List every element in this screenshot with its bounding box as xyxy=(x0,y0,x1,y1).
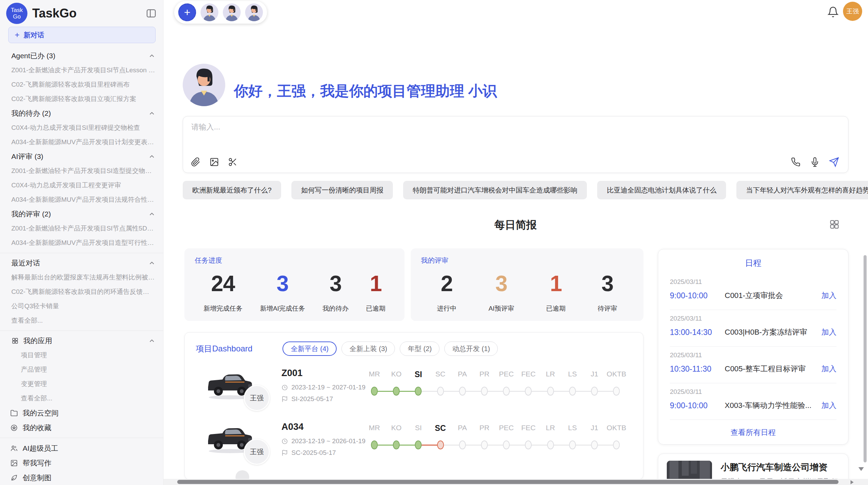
join-link[interactable]: 加入 xyxy=(821,364,836,374)
recent-view-all-link[interactable]: 查看全部... xyxy=(0,313,163,328)
sidebar-shortcut[interactable]: 我的收藏 xyxy=(0,420,163,435)
sidebar-section-header-recent[interactable]: 最近对话 xyxy=(0,256,163,270)
sidebar-item[interactable]: A034-全新新能源MUV产品开发项目计划变更表编写 xyxy=(0,135,163,149)
filter-pill[interactable]: 年型 (2) xyxy=(400,341,439,356)
sidebar-item[interactable]: Z001-全新燃油皮卡产品开发项目SI节点Lesson Learn报告 xyxy=(0,63,163,77)
sidebar-tool[interactable]: 帮我写作 xyxy=(0,456,163,470)
sidebar-tool[interactable]: 创意制图 xyxy=(0,470,163,485)
chevron-up-icon xyxy=(148,110,156,117)
milestone-node xyxy=(415,387,422,396)
stat-label: 待评审 xyxy=(598,304,617,313)
sidebar-shortcut[interactable]: 我的云空间 xyxy=(0,406,163,420)
apps-view-all-link[interactable]: 查看全部... xyxy=(0,391,163,406)
milestone-node xyxy=(459,387,466,396)
dashboard-filters: 全新平台 (4)全新上装 (3)年型 (2)动总开发 (1) xyxy=(282,341,498,356)
milestone-track: MRKOSISCPAPRPECFECLRLSJ1OKTB xyxy=(369,419,636,473)
new-chat-button[interactable]: + 新对话 xyxy=(8,27,156,43)
filter-pill[interactable]: 动总开发 (1) xyxy=(444,341,498,356)
recent-chat-item[interactable]: 解释最新出台的欧盟报废车法规再生塑料比例被调至15%... xyxy=(0,270,163,285)
stat-cell: 3新增AI完成任务 xyxy=(260,273,305,313)
input-tools xyxy=(191,157,238,167)
attachment-icon[interactable] xyxy=(191,157,201,167)
scroll-right-arrow-icon[interactable] xyxy=(851,480,854,484)
filter-pill[interactable]: 全新平台 (4) xyxy=(282,341,337,356)
section-title: 我的应用 xyxy=(23,336,52,346)
stat-cell: 2进行中 xyxy=(437,273,457,313)
milestone-label: OKTB xyxy=(602,370,631,378)
join-link[interactable]: 加入 xyxy=(821,400,836,411)
stat-label: 进行中 xyxy=(437,304,457,313)
microphone-icon[interactable] xyxy=(810,157,820,167)
layout-grid-icon[interactable] xyxy=(829,219,840,229)
schedule-time: 10:30-11:30 xyxy=(670,364,725,374)
suggestion-chip[interactable]: 当下年轻人对汽车外观有怎样的喜好趋势 xyxy=(736,181,868,199)
project-dashboard-card: 项目Dashboard 全新平台 (4)全新上装 (3)年型 (2)动总开发 (… xyxy=(184,332,643,480)
agent-avatar[interactable] xyxy=(201,3,218,21)
vertical-scrollbar-thumb[interactable] xyxy=(864,255,867,462)
agent-avatar[interactable] xyxy=(245,3,263,21)
agent-avatar[interactable] xyxy=(223,3,241,21)
horizontal-scrollbar-thumb[interactable] xyxy=(177,480,839,484)
schedule-item[interactable]: 2025/03/119:00-10:00C001-立项审批会加入 xyxy=(658,273,848,306)
add-agent-button[interactable]: + xyxy=(178,3,196,21)
join-link[interactable]: 加入 xyxy=(821,327,836,337)
voice-call-icon[interactable] xyxy=(791,157,801,167)
image-upload-icon[interactable] xyxy=(209,157,219,167)
stat-card: 任务进度24新增完成任务3新增AI完成任务3我的待办1已逾期 xyxy=(184,248,405,321)
suggestion-chip[interactable]: 如何写一份清晰的项目周报 xyxy=(291,181,393,199)
sidebar-item[interactable]: A034-全新新能源MUV产品开发项目造型可行性评审 xyxy=(0,236,163,250)
milestone-label: OKTB xyxy=(602,424,631,432)
suggestion-chip[interactable]: 特朗普可能对进口汽车增税会对中国车企造成哪些影响 xyxy=(403,181,587,199)
filter-pill[interactable]: 全新上装 (3) xyxy=(341,341,395,356)
send-icon[interactable] xyxy=(829,157,839,167)
schedule-item[interactable]: 2025/03/1113:00-14:30C003|H0B-方案冻结评审加入 xyxy=(658,310,848,343)
milestone-node xyxy=(371,440,378,449)
project-row[interactable]: 王强Z0012023-12-19 ~ 2027-01-19SI-2025-05-… xyxy=(185,365,643,419)
sidebar-header: Task Go TaskGo xyxy=(0,0,163,27)
notification-bell-icon[interactable] xyxy=(827,6,839,18)
flag-icon xyxy=(281,396,288,402)
view-all-schedule-link[interactable]: 查看所有日程 xyxy=(658,427,848,438)
sidebar-item[interactable]: A034-全新新能源MUV产品开发项目法规符合性评审 xyxy=(0,192,163,207)
main-area: + 王强 你好，王强，我是你的项目管理助理 小识 xyxy=(164,0,868,485)
sidebar-item[interactable]: C0X4-动力总成开发项目工程变更评审 xyxy=(0,178,163,192)
sidebar-item[interactable]: Z001-全新燃油轻卡产品开发项目SI节点属性5D文件评审 xyxy=(0,221,163,236)
user-avatar[interactable]: 王强 xyxy=(843,2,862,21)
scroll-down-arrow-icon[interactable] xyxy=(858,467,864,471)
stat-label: 已逾期 xyxy=(366,304,386,313)
sidebar-item[interactable]: C02-飞腾新能源轻客改款项目里程碑画布 xyxy=(0,77,163,92)
stat-card-title: 我的评审 xyxy=(421,256,633,265)
sidebar-tool[interactable]: AI超级员工 xyxy=(0,441,163,456)
schedule-date: 2025/03/11 xyxy=(670,388,836,396)
apps-grid-icon xyxy=(11,337,19,345)
milestone-node xyxy=(481,440,488,449)
suggestion-chip[interactable]: 比亚迪全固态电池计划具体说了什么 xyxy=(597,181,726,199)
chat-input[interactable] xyxy=(191,122,774,149)
recent-chat-item[interactable]: 公司Q3轻卡销量 xyxy=(0,299,163,313)
schedule-item[interactable]: 2025/03/1110:30-11:30C005-整车工程目标评审加入 xyxy=(658,347,848,380)
stat-value: 3 xyxy=(489,273,514,295)
suggestion-chip[interactable]: 欧洲新规最近颁布了什么? xyxy=(183,181,281,199)
sidebar-item[interactable]: Z001-全新燃油轻卡产品开发项目SI造型提交物评审 xyxy=(0,164,163,178)
schedule-item[interactable]: 2025/03/119:00-10:00X003-车辆动力学性能验...加入 xyxy=(658,383,848,416)
sidebar-section-header-3[interactable]: 我的评审 (2) xyxy=(0,207,163,221)
schedule-name: C003|H0B-方案冻结评审 xyxy=(725,327,821,337)
project-row[interactable]: 王强A0342023-12-19 ~ 2026-01-19SC-2025-05-… xyxy=(185,419,643,473)
sidebar-item[interactable]: C02-飞腾新能源轻客改款项目立项汇报方案 xyxy=(0,92,163,106)
app-item[interactable]: 项目管理 xyxy=(0,348,163,362)
recent-chat-item[interactable]: C02-飞腾新能源轻客改款项目的闭环通告反馈情况 xyxy=(0,285,163,299)
scissors-icon[interactable] xyxy=(228,157,238,167)
sidebar-section-header-apps[interactable]: 我的应用 xyxy=(0,334,163,348)
section-title: 最近对话 xyxy=(11,258,40,268)
app-item[interactable]: 变更管理 xyxy=(0,377,163,391)
sidebar-section-header-0[interactable]: Agent已办 (3) xyxy=(0,49,163,63)
sidebar: Task Go TaskGo + 新对话 Agent已办 (3)Z001-全新燃… xyxy=(0,0,164,485)
sidebar-section-header-2[interactable]: AI评审 (3) xyxy=(0,149,163,164)
app-item[interactable]: 产品管理 xyxy=(0,362,163,377)
collapse-sidebar-icon[interactable] xyxy=(145,8,157,19)
sidebar-item[interactable]: C0X4-动力总成开发项目SI里程碑提交物检查 xyxy=(0,121,163,135)
horizontal-scrollbar[interactable] xyxy=(164,479,868,485)
milestone-node xyxy=(525,387,532,396)
join-link[interactable]: 加入 xyxy=(821,290,836,301)
sidebar-section-header-1[interactable]: 我的待办 (2) xyxy=(0,106,163,121)
